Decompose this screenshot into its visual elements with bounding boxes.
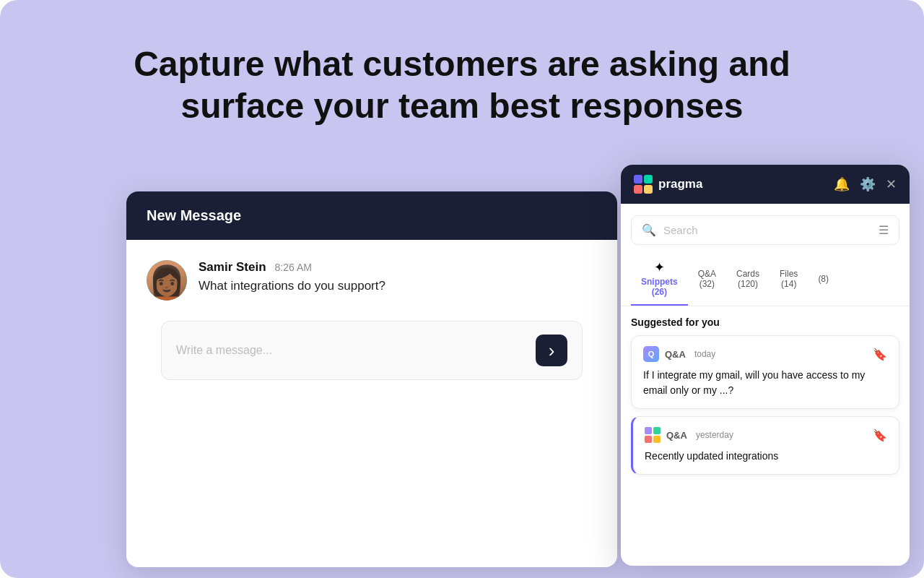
tab-files-label: Files <box>780 269 798 279</box>
tab-files[interactable]: Files (14) <box>770 263 808 296</box>
pragma-logo-icon <box>634 175 653 194</box>
pragma-header-actions: 🔔 ⚙️ ✕ <box>834 176 897 192</box>
chat-window: New Message Samir Stein 8:26 AM What int… <box>126 191 617 567</box>
sender-name: Samir Stein <box>199 260 266 275</box>
message-row: Samir Stein 8:26 AM What integrations do… <box>147 260 597 301</box>
search-input[interactable]: Search <box>663 224 871 236</box>
tabs-row: ✦ Snippets (26) Q&A (32) Cards (120) Fil… <box>621 254 910 306</box>
message-text: What integrations do you support? <box>199 279 385 293</box>
pragma-logo-text: pragma <box>658 177 702 191</box>
filter-icon[interactable]: ☰ <box>879 223 889 237</box>
card-meta-left-1: Q Q&A today <box>643 346 715 362</box>
qa-icon-1: Q <box>643 346 659 362</box>
chat-header: New Message <box>126 191 617 240</box>
bookmark-icon-2[interactable]: 🔖 <box>873 428 887 442</box>
tab-qa-count: (32) <box>699 279 715 289</box>
snippets-tab-icon: ✦ <box>654 259 665 275</box>
bookmark-icon-1[interactable]: 🔖 <box>873 348 887 361</box>
svg-rect-6 <box>645 436 652 443</box>
suggested-section: Suggested for you Q Q&A today 🔖 If I int… <box>621 306 910 475</box>
card-type-1: Q&A <box>665 349 686 360</box>
card-time-2: yesterday <box>696 430 733 440</box>
settings-icon[interactable]: ⚙️ <box>860 176 876 192</box>
svg-rect-7 <box>653 436 661 443</box>
notification-icon[interactable]: 🔔 <box>834 176 850 192</box>
tab-snippets[interactable]: ✦ Snippets (26) <box>631 254 688 306</box>
search-bar[interactable]: 🔍 Search ☰ <box>631 215 899 245</box>
card-meta-row-2: Q&A yesterday 🔖 <box>645 427 887 443</box>
pragma-panel: pragma 🔔 ⚙️ ✕ 🔍 Search ☰ ✦ Snippets (26)… <box>621 165 910 566</box>
tab-snippets-label: Snippets <box>641 277 678 287</box>
pragma-header: pragma 🔔 ⚙️ ✕ <box>621 165 910 204</box>
tab-more[interactable]: (8) <box>808 268 839 291</box>
close-icon[interactable]: ✕ <box>886 176 897 192</box>
headline-text: Capture what customers are asking and su… <box>87 43 837 126</box>
avatar-face <box>147 260 187 301</box>
tab-qa-label: Q&A <box>698 269 716 279</box>
card-text-1: If I integrate my gmail, will you have a… <box>643 368 887 398</box>
avatar <box>147 260 187 301</box>
suggested-title: Suggested for you <box>631 316 899 328</box>
card-meta-left-2: Q&A yesterday <box>645 427 733 443</box>
tab-cards[interactable]: Cards (120) <box>726 263 770 296</box>
message-content: Samir Stein 8:26 AM What integrations do… <box>199 260 385 293</box>
message-time: 8:26 AM <box>275 262 312 273</box>
search-icon: 🔍 <box>642 223 656 237</box>
tab-more-count: (8) <box>818 274 829 284</box>
svg-rect-4 <box>645 427 652 434</box>
suggestion-card-2[interactable]: Q&A yesterday 🔖 Recently updated integra… <box>631 416 899 475</box>
svg-rect-1 <box>644 175 653 184</box>
message-input-placeholder: Write a message... <box>176 344 272 357</box>
main-container: Capture what customers are asking and su… <box>0 0 924 578</box>
tab-files-count: (14) <box>781 279 796 289</box>
svg-rect-0 <box>634 175 642 184</box>
chat-title: New Message <box>147 207 241 223</box>
tab-cards-label: Cards <box>736 269 759 279</box>
qa-icon-2 <box>645 427 661 443</box>
card-type-2: Q&A <box>666 430 687 441</box>
svg-rect-5 <box>653 427 661 434</box>
send-button[interactable] <box>536 335 567 366</box>
tab-qa[interactable]: Q&A (32) <box>688 263 726 296</box>
tab-cards-count: (120) <box>738 279 758 289</box>
card-time-1: today <box>694 349 715 359</box>
message-input-area[interactable]: Write a message... <box>161 321 583 380</box>
chat-body: Samir Stein 8:26 AM What integrations do… <box>126 240 617 394</box>
svg-rect-3 <box>644 185 653 194</box>
suggestion-card-1[interactable]: Q Q&A today 🔖 If I integrate my gmail, w… <box>631 335 899 409</box>
pragma-logo: pragma <box>634 175 702 194</box>
card-meta-row-1: Q Q&A today 🔖 <box>643 346 887 362</box>
message-meta: Samir Stein 8:26 AM <box>199 260 385 275</box>
headline-area: Capture what customers are asking and su… <box>0 0 924 155</box>
tab-snippets-count: (26) <box>652 287 667 297</box>
card-text-2: Recently updated integrations <box>645 449 887 464</box>
svg-rect-2 <box>634 185 642 194</box>
